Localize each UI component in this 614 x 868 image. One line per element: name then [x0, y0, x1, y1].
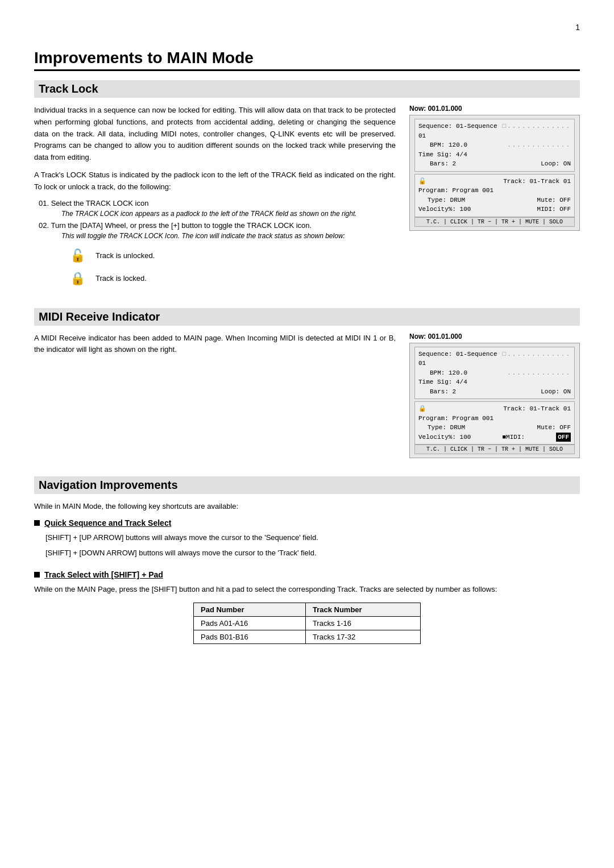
midi-lcd-midi-value: OFF [556, 433, 571, 442]
track-select-table-container: Pad Number Track Number Pads A01-A16 Tra… [193, 603, 421, 644]
lcd-bars-row: Bars: 2 Loop: ON [418, 159, 571, 169]
lcd-midi: MIDI: OFF [537, 205, 571, 214]
quick-sequence-item-0: [SHIFT] + [UP ARROW] buttons will always… [45, 532, 580, 544]
lcd-velocity: Velocity%: 100 [418, 205, 471, 214]
midi-para: A MIDI Receive indicator has been added … [34, 333, 396, 356]
table-cell-track-2: Tracks 17-32 [305, 630, 420, 644]
lcd-track-row: 🔓 Track: 01-Track 01 [418, 177, 571, 186]
lcd-dots2: ............. [507, 140, 571, 150]
midi-lcd-program-row: Program: Program 001 [418, 414, 571, 423]
lcd-bpm: BPM: 120.0 [418, 140, 467, 150]
midi-lcd-track-row: 🔒 Track: 01-Track 01 [418, 404, 571, 414]
midi-lcd-bars-row: Bars: 2 Loop: ON [418, 387, 571, 397]
track-lock-para-1: Individual tracks in a sequence can now … [34, 105, 396, 164]
table-row: Pads A01-A16 Tracks 1-16 [194, 617, 421, 630]
nav-intro: While in MAIN Mode, the following key sh… [34, 501, 580, 513]
track-lock-left: Individual tracks in a sequence can now … [34, 105, 396, 294]
section-nav-title: Navigation Improvements [34, 476, 580, 494]
lcd-sequence: Sequence: 01-Sequence 01 [418, 122, 503, 140]
main-title: Improvements to MAIN Mode [34, 49, 580, 71]
lcd-sequence-row: Sequence: 01-Sequence 01 □............. [418, 122, 571, 140]
table-row: Pads B01-B16 Tracks 17-32 [194, 630, 421, 644]
table-cell-pad-2: Pads B01-B16 [194, 630, 306, 644]
step-02-number: 02 [39, 221, 47, 230]
step-01-sub: The TRACK LOCK icon appears as a padlock… [61, 210, 396, 218]
midi-lcd-timesig: Time Sig: 4/4 [418, 377, 467, 387]
step-02: 02. Turn the [DATA] Wheel, or press the … [39, 221, 396, 230]
track-select-subsection: Track Select with [SHIFT] + Pad While on… [34, 570, 580, 644]
lock-icons: 🔓 Track is unlocked. 🔒 Track is locked. [68, 247, 396, 288]
lock-locked-row: 🔒 Track is locked. [68, 269, 396, 288]
lcd-track: Track: 01-Track 01 [503, 177, 571, 186]
lcd-program: Program: Program 001 [418, 186, 493, 196]
lcd-bottom-section: 🔓 Track: 01-Track 01 Program: Program 00… [414, 174, 575, 217]
lcd-top-section: Sequence: 01-Sequence 01 □............. … [414, 119, 575, 172]
lcd-timesig-row: Time Sig: 4/4 [418, 150, 571, 160]
midi-lcd-screen: Sequence: 01-Sequence 01 □............. … [409, 343, 580, 459]
table-cell-track-1: Tracks 1-16 [305, 617, 420, 630]
midi-lcd-type-mute-row: Type: DRUM Mute: OFF [418, 423, 571, 433]
track-select-title: Track Select with [SHIFT] + Pad [34, 570, 580, 579]
track-lock-lcd-screen: Sequence: 01-Sequence 01 □............. … [409, 115, 580, 231]
lcd-timesig: Time Sig: 4/4 [418, 150, 467, 160]
locked-label: Track is locked. [96, 274, 147, 283]
bullet-icon-1 [34, 520, 40, 526]
midi-lcd-top: Sequence: 01-Sequence 01 □............. … [414, 347, 575, 400]
lcd-loop: Loop: ON [541, 159, 571, 169]
lcd-buttons: T.C. | CLICK | TR − | TR + | MUTE | SOLO [414, 217, 575, 227]
quick-sequence-title-text: Quick Sequence and Track Select [44, 518, 171, 528]
section-track-lock-title: Track Lock [34, 80, 580, 98]
midi-lcd-dots1: □............. [503, 350, 571, 368]
page-number: 1 [34, 23, 580, 32]
track-lock-lcd: Now: 001.01.000 Sequence: 01-Sequence 01… [409, 105, 580, 294]
track-lock-steps: 01. Select the TRACK LOCK icon The TRACK… [39, 199, 396, 240]
track-lock-para-2: A Track's LOCK Status is indicated by th… [34, 169, 396, 193]
midi-lcd-track-icon: 🔒 [418, 404, 426, 414]
midi-lcd-bars: Bars: 2 [418, 387, 456, 397]
midi-lcd-mute: Mute: OFF [537, 423, 571, 433]
midi-lcd-buttons: T.C. | CLICK | TR − | TR + | MUTE | SOLO [414, 445, 575, 454]
quick-sequence-item-1: [SHIFT] + [DOWN ARROW] buttons will alwa… [45, 547, 580, 559]
quick-sequence-title: Quick Sequence and Track Select [34, 518, 580, 528]
midi-lcd-loop: Loop: ON [541, 387, 571, 397]
midi-left: A MIDI Receive indicator has been added … [34, 333, 396, 463]
lock-unlocked-row: 🔓 Track is unlocked. [68, 247, 396, 265]
step-02-text: Turn the [DATA] Wheel, or press the [+] … [51, 221, 312, 230]
lcd-velocity-midi-row: Velocity%: 100 MIDI: OFF [418, 205, 571, 214]
lcd-program-row: Program: Program 001 [418, 186, 571, 196]
lcd-bars: Bars: 2 [418, 159, 456, 169]
locked-icon: 🔒 [68, 269, 86, 288]
lcd-track-icon: 🔓 [418, 177, 426, 186]
midi-lcd-type: Type: DRUM [418, 423, 465, 433]
unlocked-label: Track is unlocked. [96, 251, 155, 260]
midi-lcd-bpm: BPM: 120.0 [418, 368, 467, 378]
lcd-type: Type: DRUM [418, 196, 465, 205]
midi-lcd: Now: 001.01.000 Sequence: 01-Sequence 01… [409, 333, 580, 463]
table-header-row: Pad Number Track Number [194, 603, 421, 617]
midi-lcd-midi-label: ■MIDI: [503, 433, 525, 442]
step-01: 01. Select the TRACK LOCK icon [39, 199, 396, 207]
midi-lcd-sequence-row: Sequence: 01-Sequence 01 □............. [418, 350, 571, 368]
bullet-icon-2 [34, 572, 40, 578]
midi-lcd-program: Program: Program 001 [418, 414, 493, 423]
step-01-number: 01 [39, 199, 47, 207]
unlocked-icon: 🔓 [68, 247, 86, 265]
midi-lcd-track: Track: 01-Track 01 [503, 404, 571, 414]
midi-lcd-bottom: 🔒 Track: 01-Track 01 Program: Program 00… [414, 401, 575, 445]
track-lock-lcd-now: Now: 001.01.000 [409, 105, 580, 113]
lcd-bpm-row: BPM: 120.0 ............. [418, 140, 571, 150]
lcd-dots1: □............. [503, 122, 571, 140]
table-header-pad: Pad Number [194, 603, 306, 617]
midi-lcd-bpm-row: BPM: 120.0 ............. [418, 368, 571, 378]
lcd-mute: Mute: OFF [537, 196, 571, 205]
table-cell-pad-1: Pads A01-A16 [194, 617, 306, 630]
track-select-title-text: Track Select with [SHIFT] + Pad [44, 570, 163, 579]
midi-lcd-dots2: ............. [507, 368, 571, 378]
step-02-sub: This will toggle the TRACK LOCK Icon. Th… [61, 232, 396, 240]
midi-lcd-now: Now: 001.01.000 [409, 333, 580, 340]
quick-sequence-subsection: Quick Sequence and Track Select [SHIFT] … [34, 518, 580, 559]
lcd-type-mute-row: Type: DRUM Mute: OFF [418, 196, 571, 205]
section-midi-title: MIDI Receive Indicator [34, 308, 580, 326]
midi-lcd-velocity: Velocity%: 100 [418, 433, 471, 442]
midi-lcd-velocity-row: Velocity%: 100 ■MIDI: OFF [418, 433, 571, 442]
